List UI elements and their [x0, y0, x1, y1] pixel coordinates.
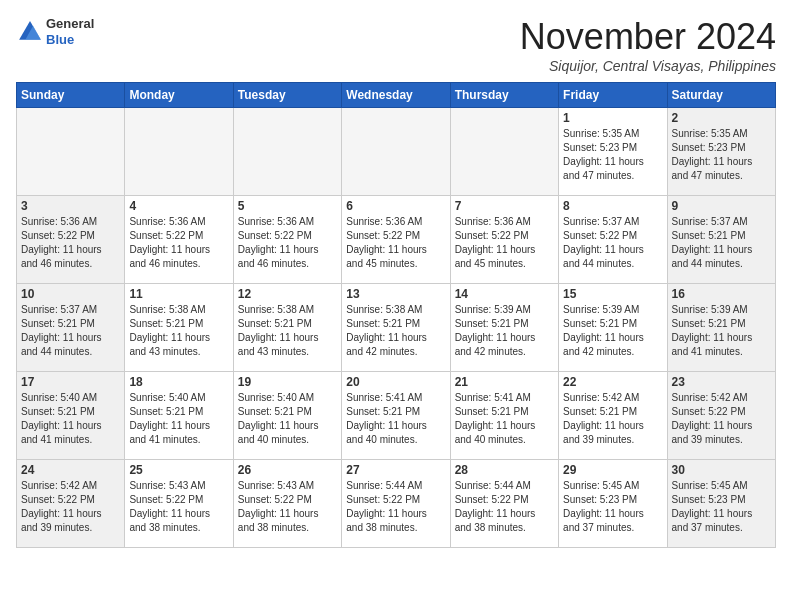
month-title: November 2024	[520, 16, 776, 58]
day-info: Sunrise: 5:41 AM Sunset: 5:21 PM Dayligh…	[346, 391, 445, 447]
day-number: 7	[455, 199, 554, 213]
weekday-header: Thursday	[450, 83, 558, 108]
weekday-header: Sunday	[17, 83, 125, 108]
day-info: Sunrise: 5:39 AM Sunset: 5:21 PM Dayligh…	[672, 303, 771, 359]
day-number: 16	[672, 287, 771, 301]
day-number: 17	[21, 375, 120, 389]
calendar-day-cell: 19Sunrise: 5:40 AM Sunset: 5:21 PM Dayli…	[233, 372, 341, 460]
day-info: Sunrise: 5:38 AM Sunset: 5:21 PM Dayligh…	[129, 303, 228, 359]
calendar-day-cell: 4Sunrise: 5:36 AM Sunset: 5:22 PM Daylig…	[125, 196, 233, 284]
calendar-day-cell: 3Sunrise: 5:36 AM Sunset: 5:22 PM Daylig…	[17, 196, 125, 284]
day-info: Sunrise: 5:42 AM Sunset: 5:21 PM Dayligh…	[563, 391, 662, 447]
day-info: Sunrise: 5:45 AM Sunset: 5:23 PM Dayligh…	[672, 479, 771, 535]
weekday-header: Saturday	[667, 83, 775, 108]
calendar-table: SundayMondayTuesdayWednesdayThursdayFrid…	[16, 82, 776, 548]
calendar-day-cell	[450, 108, 558, 196]
calendar-day-cell: 23Sunrise: 5:42 AM Sunset: 5:22 PM Dayli…	[667, 372, 775, 460]
calendar-day-cell	[17, 108, 125, 196]
day-info: Sunrise: 5:42 AM Sunset: 5:22 PM Dayligh…	[21, 479, 120, 535]
calendar-day-cell: 6Sunrise: 5:36 AM Sunset: 5:22 PM Daylig…	[342, 196, 450, 284]
day-info: Sunrise: 5:43 AM Sunset: 5:22 PM Dayligh…	[129, 479, 228, 535]
day-number: 27	[346, 463, 445, 477]
calendar-day-cell: 30Sunrise: 5:45 AM Sunset: 5:23 PM Dayli…	[667, 460, 775, 548]
day-number: 24	[21, 463, 120, 477]
day-number: 18	[129, 375, 228, 389]
calendar-day-cell	[125, 108, 233, 196]
calendar-day-cell: 18Sunrise: 5:40 AM Sunset: 5:21 PM Dayli…	[125, 372, 233, 460]
calendar-week-row: 10Sunrise: 5:37 AM Sunset: 5:21 PM Dayli…	[17, 284, 776, 372]
weekday-header: Friday	[559, 83, 667, 108]
calendar-day-cell: 26Sunrise: 5:43 AM Sunset: 5:22 PM Dayli…	[233, 460, 341, 548]
day-info: Sunrise: 5:36 AM Sunset: 5:22 PM Dayligh…	[455, 215, 554, 271]
day-info: Sunrise: 5:36 AM Sunset: 5:22 PM Dayligh…	[238, 215, 337, 271]
day-number: 14	[455, 287, 554, 301]
day-number: 15	[563, 287, 662, 301]
day-number: 6	[346, 199, 445, 213]
day-number: 9	[672, 199, 771, 213]
weekday-header-row: SundayMondayTuesdayWednesdayThursdayFrid…	[17, 83, 776, 108]
day-number: 12	[238, 287, 337, 301]
calendar-week-row: 3Sunrise: 5:36 AM Sunset: 5:22 PM Daylig…	[17, 196, 776, 284]
day-info: Sunrise: 5:36 AM Sunset: 5:22 PM Dayligh…	[21, 215, 120, 271]
day-info: Sunrise: 5:42 AM Sunset: 5:22 PM Dayligh…	[672, 391, 771, 447]
calendar-day-cell: 7Sunrise: 5:36 AM Sunset: 5:22 PM Daylig…	[450, 196, 558, 284]
day-number: 8	[563, 199, 662, 213]
day-number: 1	[563, 111, 662, 125]
day-number: 5	[238, 199, 337, 213]
day-info: Sunrise: 5:41 AM Sunset: 5:21 PM Dayligh…	[455, 391, 554, 447]
page-header: General Blue November 2024 Siquijor, Cen…	[16, 16, 776, 74]
day-number: 26	[238, 463, 337, 477]
calendar-day-cell: 27Sunrise: 5:44 AM Sunset: 5:22 PM Dayli…	[342, 460, 450, 548]
day-number: 10	[21, 287, 120, 301]
calendar-week-row: 17Sunrise: 5:40 AM Sunset: 5:21 PM Dayli…	[17, 372, 776, 460]
logo-text: General Blue	[46, 16, 94, 47]
day-info: Sunrise: 5:37 AM Sunset: 5:22 PM Dayligh…	[563, 215, 662, 271]
day-info: Sunrise: 5:44 AM Sunset: 5:22 PM Dayligh…	[455, 479, 554, 535]
weekday-header: Wednesday	[342, 83, 450, 108]
day-info: Sunrise: 5:40 AM Sunset: 5:21 PM Dayligh…	[238, 391, 337, 447]
day-info: Sunrise: 5:44 AM Sunset: 5:22 PM Dayligh…	[346, 479, 445, 535]
day-number: 4	[129, 199, 228, 213]
calendar-day-cell: 25Sunrise: 5:43 AM Sunset: 5:22 PM Dayli…	[125, 460, 233, 548]
day-info: Sunrise: 5:45 AM Sunset: 5:23 PM Dayligh…	[563, 479, 662, 535]
calendar-day-cell: 29Sunrise: 5:45 AM Sunset: 5:23 PM Dayli…	[559, 460, 667, 548]
calendar-day-cell: 5Sunrise: 5:36 AM Sunset: 5:22 PM Daylig…	[233, 196, 341, 284]
day-number: 25	[129, 463, 228, 477]
calendar-day-cell: 12Sunrise: 5:38 AM Sunset: 5:21 PM Dayli…	[233, 284, 341, 372]
calendar-day-cell: 28Sunrise: 5:44 AM Sunset: 5:22 PM Dayli…	[450, 460, 558, 548]
calendar-week-row: 24Sunrise: 5:42 AM Sunset: 5:22 PM Dayli…	[17, 460, 776, 548]
calendar-day-cell: 17Sunrise: 5:40 AM Sunset: 5:21 PM Dayli…	[17, 372, 125, 460]
day-number: 11	[129, 287, 228, 301]
calendar-day-cell: 13Sunrise: 5:38 AM Sunset: 5:21 PM Dayli…	[342, 284, 450, 372]
calendar-day-cell: 2Sunrise: 5:35 AM Sunset: 5:23 PM Daylig…	[667, 108, 775, 196]
title-block: November 2024 Siquijor, Central Visayas,…	[520, 16, 776, 74]
calendar-day-cell: 15Sunrise: 5:39 AM Sunset: 5:21 PM Dayli…	[559, 284, 667, 372]
day-number: 21	[455, 375, 554, 389]
calendar-day-cell: 11Sunrise: 5:38 AM Sunset: 5:21 PM Dayli…	[125, 284, 233, 372]
calendar-day-cell: 10Sunrise: 5:37 AM Sunset: 5:21 PM Dayli…	[17, 284, 125, 372]
weekday-header: Tuesday	[233, 83, 341, 108]
day-info: Sunrise: 5:40 AM Sunset: 5:21 PM Dayligh…	[21, 391, 120, 447]
calendar-day-cell: 16Sunrise: 5:39 AM Sunset: 5:21 PM Dayli…	[667, 284, 775, 372]
day-number: 29	[563, 463, 662, 477]
logo-icon	[16, 18, 44, 46]
location: Siquijor, Central Visayas, Philippines	[520, 58, 776, 74]
calendar-day-cell: 1Sunrise: 5:35 AM Sunset: 5:23 PM Daylig…	[559, 108, 667, 196]
calendar-week-row: 1Sunrise: 5:35 AM Sunset: 5:23 PM Daylig…	[17, 108, 776, 196]
day-info: Sunrise: 5:35 AM Sunset: 5:23 PM Dayligh…	[672, 127, 771, 183]
day-number: 19	[238, 375, 337, 389]
day-number: 22	[563, 375, 662, 389]
weekday-header: Monday	[125, 83, 233, 108]
calendar-day-cell	[233, 108, 341, 196]
calendar-day-cell	[342, 108, 450, 196]
calendar-day-cell: 14Sunrise: 5:39 AM Sunset: 5:21 PM Dayli…	[450, 284, 558, 372]
day-info: Sunrise: 5:37 AM Sunset: 5:21 PM Dayligh…	[672, 215, 771, 271]
day-info: Sunrise: 5:43 AM Sunset: 5:22 PM Dayligh…	[238, 479, 337, 535]
day-number: 23	[672, 375, 771, 389]
day-info: Sunrise: 5:36 AM Sunset: 5:22 PM Dayligh…	[346, 215, 445, 271]
calendar-day-cell: 8Sunrise: 5:37 AM Sunset: 5:22 PM Daylig…	[559, 196, 667, 284]
day-number: 2	[672, 111, 771, 125]
day-number: 30	[672, 463, 771, 477]
day-info: Sunrise: 5:38 AM Sunset: 5:21 PM Dayligh…	[238, 303, 337, 359]
day-info: Sunrise: 5:40 AM Sunset: 5:21 PM Dayligh…	[129, 391, 228, 447]
